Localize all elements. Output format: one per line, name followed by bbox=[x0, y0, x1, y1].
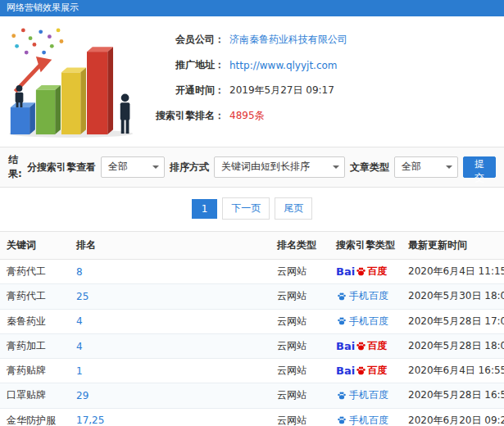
baidu-paw-icon bbox=[356, 365, 366, 376]
results-bar: 结果: 分搜索引擎查看 全部 排序方式 关键词由短到长排序 文章类型 全部 提交 bbox=[0, 147, 504, 188]
rank-link[interactable]: 1 bbox=[76, 365, 83, 377]
rank-type-cell: 云网站 bbox=[270, 408, 329, 426]
baidu-latin-text: Bai bbox=[336, 340, 355, 352]
update-time-cell: 2020年5月28日 17:02 bbox=[402, 309, 504, 334]
mobile-baidu-label: 手机百度 bbox=[336, 388, 388, 402]
bar-red bbox=[87, 47, 113, 134]
mobile-baidu-text: 手机百度 bbox=[349, 315, 388, 329]
table-row: 秦鲁药业4云网站手机百度2020年5月28日 17:02 bbox=[0, 309, 504, 334]
table-row: 膏药加工4云网站Bai百度2020年5月28日 18:03 bbox=[0, 334, 504, 359]
rank-type-cell: 云网站 bbox=[270, 383, 329, 409]
mobile-baidu-text: 手机百度 bbox=[349, 388, 388, 402]
table-row: 金华防护服17,25云网站手机百度2020年6月20日 09:25 bbox=[0, 408, 504, 426]
keyword-cell: 膏药代工 bbox=[0, 284, 70, 310]
keyword-cell: 膏药代工 bbox=[0, 260, 70, 284]
update-time-cell: 2020年6月4日 16:55 bbox=[402, 359, 504, 383]
pagination-next[interactable]: 下一页 bbox=[222, 197, 270, 220]
rank-link[interactable]: 4 bbox=[76, 341, 83, 352]
member-company-link[interactable]: 济南秦鲁药业科技有限公司 bbox=[229, 33, 347, 47]
baidu-logo: Bai百度 bbox=[336, 364, 387, 378]
rank-type-cell: 云网站 bbox=[270, 334, 329, 359]
baidu-cn-text: 百度 bbox=[367, 265, 387, 279]
results-table: 关键词排名排名类型搜索引擎类型最新更新时间 膏药代工8云网站Bai百度2020年… bbox=[0, 231, 504, 426]
baidu-logo: Bai百度 bbox=[336, 339, 387, 353]
keyword-cell: 膏药贴牌 bbox=[0, 359, 70, 383]
info-row-rank-count: 搜索引擎排名： 4895条 bbox=[143, 109, 504, 123]
engine-cell: 手机百度 bbox=[329, 408, 402, 426]
baidu-cn-text: 百度 bbox=[367, 364, 387, 378]
engine-select[interactable]: 全部 bbox=[101, 156, 165, 178]
table-body: 膏药代工8云网站Bai百度2020年6月4日 11:15膏药代工25云网站手机百… bbox=[0, 260, 504, 426]
rank-link[interactable]: 8 bbox=[76, 266, 83, 278]
table-row: 膏药代工25云网站手机百度2020年5月30日 18:06 bbox=[0, 284, 504, 310]
results-label: 结果: bbox=[8, 153, 27, 181]
col-header-1: 关键词 bbox=[0, 232, 70, 260]
engine-cell: 手机百度 bbox=[329, 284, 402, 310]
update-time-cell: 2020年6月4日 11:15 bbox=[402, 260, 504, 284]
submit-button[interactable]: 提交 bbox=[463, 156, 496, 178]
col-header-5: 最新更新时间 bbox=[402, 232, 504, 260]
col-header-3: 排名类型 bbox=[270, 232, 329, 260]
bar-chart-clipart bbox=[6, 23, 141, 142]
rank-cell: 4 bbox=[70, 334, 270, 359]
rank-type-cell: 云网站 bbox=[270, 260, 329, 284]
filter-controls: 分搜索引擎查看 全部 排序方式 关键词由短到长排序 文章类型 全部 提交 bbox=[27, 156, 496, 178]
mobile-baidu-label: 手机百度 bbox=[336, 315, 388, 329]
pagination-current[interactable]: 1 bbox=[192, 199, 218, 219]
pagination-last[interactable]: 尾页 bbox=[275, 197, 312, 220]
baidu-paw-icon bbox=[337, 391, 347, 401]
update-time-cell: 2020年5月28日 16:55 bbox=[402, 383, 504, 409]
page-title: 网络营销效果展示 bbox=[7, 2, 79, 13]
baidu-latin-text: Bai bbox=[336, 265, 355, 278]
bar-blue bbox=[10, 102, 34, 134]
open-time-value: 2019年5月27日 09:17 bbox=[229, 84, 334, 97]
rank-cell: 17,25 bbox=[70, 408, 270, 426]
baidu-paw-icon bbox=[337, 292, 347, 301]
col-header-4: 搜索引擎类型 bbox=[329, 232, 402, 260]
keyword-cell: 膏药加工 bbox=[0, 334, 70, 359]
table-row: 口罩贴牌29云网站手机百度2020年5月28日 16:55 bbox=[0, 383, 504, 409]
rank-cell: 1 bbox=[70, 359, 270, 383]
promo-url-link[interactable]: http://www.qlyyjt.com bbox=[229, 60, 338, 71]
article-type-label: 文章类型 bbox=[350, 161, 389, 174]
baidu-paw-icon bbox=[356, 266, 366, 277]
rank-type-cell: 云网站 bbox=[270, 284, 329, 310]
mobile-baidu-text: 手机百度 bbox=[349, 414, 388, 426]
engine-cell: Bai百度 bbox=[329, 334, 402, 359]
baidu-paw-icon bbox=[337, 415, 347, 425]
update-time-cell: 2020年6月20日 09:25 bbox=[402, 408, 504, 426]
keyword-cell: 金华防护服 bbox=[0, 408, 70, 426]
update-time-cell: 2020年5月28日 18:03 bbox=[402, 334, 504, 359]
promo-url-label: 推广地址： bbox=[143, 58, 225, 72]
table-row: 膏药代工8云网站Bai百度2020年6月4日 11:15 bbox=[0, 260, 504, 284]
keyword-cell: 秦鲁药业 bbox=[0, 309, 70, 334]
rank-link[interactable]: 17,25 bbox=[76, 415, 104, 426]
baidu-latin-text: Bai bbox=[336, 365, 355, 377]
keyword-cell: 口罩贴牌 bbox=[0, 383, 70, 409]
article-type-select[interactable]: 全部 bbox=[394, 156, 458, 178]
engine-cell: 手机百度 bbox=[329, 383, 402, 409]
confetti-dots bbox=[11, 29, 63, 55]
sort-select[interactable]: 关键词由短到长排序 bbox=[214, 156, 345, 178]
mobile-baidu-label: 手机百度 bbox=[336, 289, 388, 303]
mobile-baidu-text: 手机百度 bbox=[349, 289, 388, 303]
table-row: 膏药贴牌1云网站Bai百度2020年6月4日 16:55 bbox=[0, 359, 504, 383]
chart-illustration bbox=[0, 23, 143, 142]
rank-link[interactable]: 29 bbox=[76, 390, 89, 401]
top-section: 会员公司： 济南秦鲁药业科技有限公司 推广地址： http://www.qlyy… bbox=[0, 16, 504, 147]
engine-cell: Bai百度 bbox=[329, 260, 402, 284]
bar-yellow bbox=[61, 68, 85, 135]
table-header-row: 关键词排名排名类型搜索引擎类型最新更新时间 bbox=[0, 232, 504, 260]
engine-cell: 手机百度 bbox=[329, 309, 402, 334]
article-type-select-value: 全部 bbox=[402, 161, 421, 172]
info-panel: 会员公司： 济南秦鲁药业科技有限公司 推广地址： http://www.qlyy… bbox=[143, 23, 504, 142]
baidu-paw-icon bbox=[356, 341, 366, 351]
rank-link[interactable]: 4 bbox=[76, 315, 83, 327]
rank-link[interactable]: 25 bbox=[76, 291, 89, 302]
info-row-company: 会员公司： 济南秦鲁药业科技有限公司 bbox=[143, 33, 504, 47]
engine-filter-label: 分搜索引擎查看 bbox=[27, 161, 96, 174]
businessman-right bbox=[120, 94, 129, 134]
sort-select-value: 关键词由短到长排序 bbox=[221, 161, 310, 172]
pagination: 1 下一页 尾页 bbox=[0, 188, 504, 231]
info-row-url: 推广地址： http://www.qlyyjt.com bbox=[143, 58, 504, 72]
